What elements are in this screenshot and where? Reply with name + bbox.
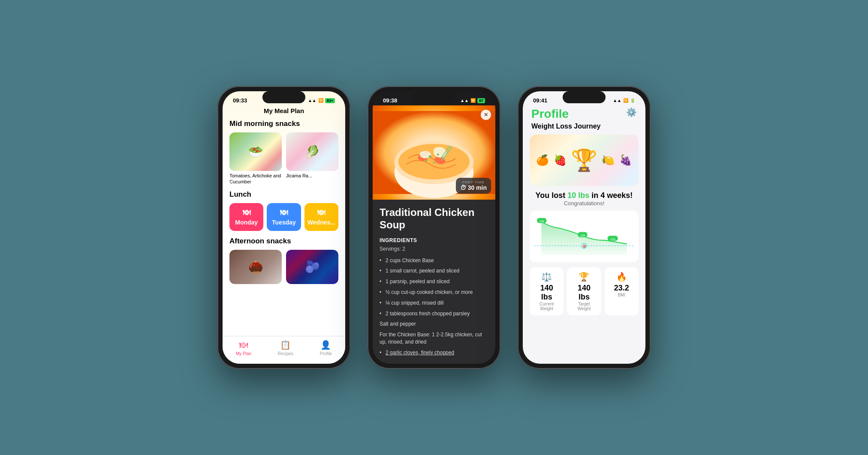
wednesday-button[interactable]: 🍽 Wednes... (304, 203, 338, 231)
chart-svg: 🎯 148 146 143 (534, 215, 634, 258)
svg-point-9 (425, 159, 427, 162)
food-card-radish[interactable]: 🥬 Jicama Ra... (286, 132, 338, 185)
meal-plan-content: Mid morning snacks 🥗 Tomatoes, Artichoke… (223, 120, 345, 284)
svg-text:143: 143 (610, 238, 615, 241)
recipe-hero: ✕ PREP TIME ⏱ 30 min (373, 105, 495, 200)
berries-image: 🫐 (286, 250, 338, 284)
phone-notch-2 (413, 91, 455, 103)
fruit-1: 🍊 (536, 154, 549, 166)
prep-time-badge: PREP TIME ⏱ 30 min (456, 178, 491, 194)
close-button[interactable]: ✕ (481, 110, 491, 120)
achievement-fruits: 🍊 🍓 🏆 🍋 🍇 (530, 135, 639, 186)
monday-label: Monday (235, 219, 258, 226)
servings-text: Servings: 2 (380, 246, 488, 252)
status-time-2: 09:38 (383, 97, 397, 104)
congrats-text: Congratulations! (530, 200, 639, 207)
ingredient-9: 2 garlic cloves, finely chopped (380, 347, 488, 358)
monday-icon: 🍽 (232, 208, 261, 217)
berries-card[interactable]: 🫐 (286, 250, 338, 284)
signal-icon-3: ▲▲ (613, 98, 621, 103)
tab-my-plan-icon: 🍽 (239, 340, 248, 350)
status-icons-2: ▲▲ 🛜 87 (460, 98, 485, 103)
wednesday-label: Wednes... (307, 219, 335, 226)
recipe-title: Traditional Chicken Soup (380, 207, 488, 231)
recipe-body: Traditional Chicken Soup INGREDIENTS Ser… (373, 200, 495, 364)
day-buttons-row: 🍽 Monday 🍽 Tuesday 🍽 Wednes... (229, 203, 338, 231)
weight-icon: ⚖️ (534, 272, 559, 282)
status-time-3: 09:41 (533, 97, 547, 104)
svg-text:148: 148 (539, 220, 544, 223)
radish-image: 🥬 (286, 132, 338, 171)
tab-recipes[interactable]: 📋 Recipes (278, 340, 293, 356)
tab-my-plan[interactable]: 🍽 My Plan (236, 340, 251, 356)
stat-bmi: 🔥 23.2 BMI (605, 267, 639, 315)
screen-recipe: 09:38 ▲▲ 🛜 87 (373, 91, 495, 364)
wifi-icon-3: 🛜 (623, 98, 628, 103)
profile-header: Profile ⚙️ (523, 105, 645, 121)
target-weight-label: Target Weight (571, 302, 597, 311)
svg-point-6 (429, 155, 431, 158)
ingredient-3: 1 parsnip, peeled and sliced (380, 276, 488, 287)
weight-journey-title: Weight Loss Journey (523, 121, 645, 135)
status-icons-3: ▲▲ 🛜 🔋 (613, 98, 635, 103)
trophy-stat-icon: 🏆 (571, 272, 597, 282)
afternoon-snacks-row: 🌰 🫐 (229, 250, 338, 284)
tab-profile-icon: 👤 (320, 340, 331, 350)
tuesday-button[interactable]: 🍽 Tuesday (267, 203, 301, 231)
phone-notch-1 (262, 91, 305, 103)
lost-suffix: in 4 weeks! (589, 191, 633, 200)
lost-text: You lost 10 lbs in 4 weeks! (530, 191, 639, 200)
fruit-2: 🍓 (554, 154, 567, 166)
wifi-icon-2: 🛜 (470, 98, 476, 103)
fruit-3: 🍋 (602, 154, 615, 166)
phone-notch-3 (563, 91, 606, 103)
settings-icon[interactable]: ⚙️ (626, 107, 637, 117)
section-lunch-title: Lunch (229, 190, 338, 199)
tuesday-icon: 🍽 (269, 208, 298, 217)
tab-recipes-icon: 📋 (280, 340, 291, 350)
ingredient-5: ¼ cup snipped, rinsed dill (380, 298, 488, 308)
nuts-image: 🌰 (229, 250, 282, 284)
tab-recipes-label: Recipes (278, 351, 293, 356)
tab-my-plan-label: My Plan (236, 351, 251, 356)
phone-meal-plan: 09:33 ▲▲ 🛜 83+ My Meal Plan Mid morning … (217, 86, 350, 369)
battery-1: 83+ (325, 98, 335, 103)
trophy-icon: 🏆 (571, 148, 597, 173)
bmi-value: 23.2 (609, 284, 634, 293)
tab-profile-label: Profile (320, 351, 332, 356)
food-card-salad[interactable]: 🥗 Tomatoes, Artichoke and Cucumber (229, 132, 282, 185)
ingredient-8: For the Chicken Base: 1 2-2.5kg chicken,… (380, 329, 488, 347)
target-weight-value: 140 lbs (571, 284, 597, 302)
battery-2: 87 (477, 98, 485, 103)
ingredient-4: ½ cup cut-up cooked chicken, or more (380, 287, 488, 298)
ingredients-heading: INGREDIENTS (380, 237, 488, 243)
svg-point-7 (437, 153, 439, 156)
profile-title: Profile (531, 107, 569, 121)
monday-button[interactable]: 🍽 Monday (229, 203, 263, 231)
ingredient-1: 2 cups Chicken Base (380, 255, 488, 266)
bmi-icon: 🔥 (609, 272, 634, 282)
screen-profile: 09:41 ▲▲ 🛜 🔋 Profile ⚙️ Weight Loss Jour… (523, 91, 645, 364)
signal-icon-1: ▲▲ (308, 98, 316, 103)
section-afternoon-title: Afternoon snacks (229, 237, 338, 245)
status-icons-1: ▲▲ 🛜 83+ (308, 98, 335, 103)
achievement-card: 🍊 🍓 🏆 🍋 🍇 (530, 135, 639, 186)
tab-profile[interactable]: 👤 Profile (320, 340, 332, 356)
stats-row: ⚖️ 140 lbs Current Weight 🏆 140 lbs Targ… (530, 267, 639, 315)
battery-3: 🔋 (630, 98, 635, 103)
achievement-text: You lost 10 lbs in 4 weeks! Congratulati… (523, 191, 645, 211)
lost-number: 10 lbs (567, 191, 589, 200)
wednesday-icon: 🍽 (307, 208, 336, 217)
prep-time-label: PREP TIME (460, 180, 487, 184)
ingredient-7: Salt and pepper (380, 319, 488, 329)
snacks-row: 🥗 Tomatoes, Artichoke and Cucumber 🥬 Jic… (229, 132, 338, 185)
lost-prefix: You lost (536, 191, 568, 200)
nuts-card[interactable]: 🌰 (229, 250, 282, 284)
screen-meal-plan: 09:33 ▲▲ 🛜 83+ My Meal Plan Mid morning … (223, 91, 345, 364)
section-snacks-title: Mid morning snacks (229, 120, 338, 128)
ingredient-2: 1 small carrot, peeled and sliced (380, 266, 488, 276)
stat-target-weight: 🏆 140 lbs Target Weight (567, 267, 601, 315)
stat-current-weight: ⚖️ 140 lbs Current Weight (530, 267, 564, 315)
salad-image: 🥗 (229, 132, 282, 171)
ingredient-6: 2 tablespoons fresh chopped parsley (380, 308, 488, 319)
